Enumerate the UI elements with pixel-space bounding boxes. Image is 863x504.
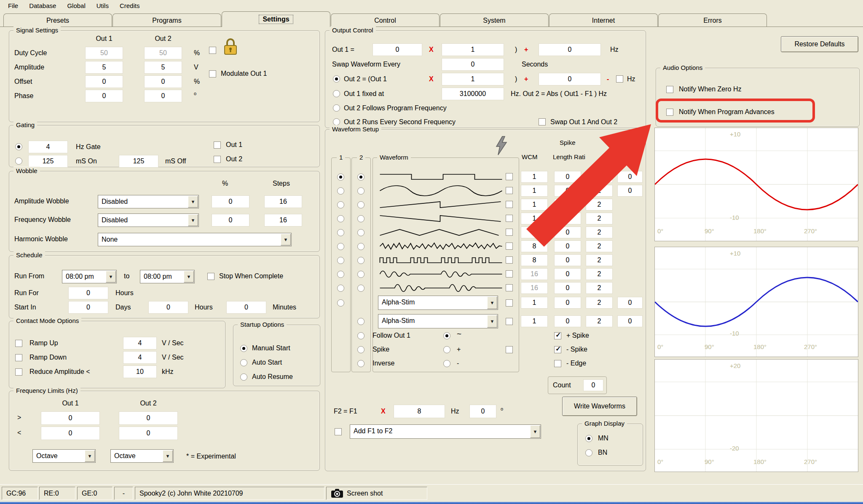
duty-cycle-out1-field[interactable]: 50 [85,47,123,59]
hz-gate-radio[interactable] [15,143,22,150]
minus-radio[interactable] [443,360,450,367]
stop-when-complete-checkbox[interactable] [207,273,214,280]
wave-num-field-6[interactable]: 8 [521,254,548,266]
custom-wave1-select[interactable]: Alpha-Stim▼ [378,296,498,310]
phase-field-9[interactable]: 0 [617,297,643,309]
amplitude-wobble-select[interactable]: Disabled▼ [98,195,199,208]
ramp-up-checkbox[interactable] [15,340,22,347]
spike-ratio-field-6[interactable]: 2 [586,254,613,266]
out1-multiplier-field[interactable]: 1 [442,43,504,56]
wave1-damped2-radio[interactable] [337,285,344,292]
spike-length-field-7[interactable]: 0 [554,268,581,280]
spike-length-field-6[interactable]: 0 [554,254,581,266]
spike-ratio-field-7[interactable]: 2 [586,268,613,280]
f2-multiplier-field[interactable]: 8 [394,405,445,418]
wave-num-field-1[interactable]: 1 [521,185,548,197]
chevron-down-icon[interactable]: ▼ [106,271,116,283]
graph-display-mn-radio[interactable] [585,435,592,442]
add-f1-checkbox[interactable] [335,428,342,435]
spike-ratio-field-8[interactable]: 2 [586,282,613,294]
ms-off-field[interactable]: 125 [119,155,158,168]
gate-out1-checkbox[interactable] [214,141,221,149]
frequency-wobble-select[interactable]: Disabled▼ [98,213,199,227]
amplitude-out2-field[interactable]: 5 [144,61,182,74]
tab-settings[interactable]: Settings [222,11,330,27]
spike-length-field-5[interactable]: 0 [554,240,581,252]
screenshot-button[interactable]: Screen shot [326,487,427,500]
spike-length-field-9[interactable]: 0 [554,297,581,309]
ramp-down-checkbox[interactable] [15,354,22,361]
spike-ratio-field-4[interactable]: 2 [586,227,613,238]
frequency-wobble-steps-field[interactable]: 16 [264,214,302,227]
tab-system[interactable]: System [440,13,549,27]
wcm-checkbox-4[interactable] [506,229,513,236]
wcm-checkbox-7[interactable] [506,270,513,277]
wave-num-field-2[interactable]: 1 [521,199,548,211]
tab-programs[interactable]: Programs [113,13,221,27]
chevron-down-icon[interactable]: ▼ [188,214,198,226]
menu-utils[interactable]: Utils [91,1,114,11]
menu-credits[interactable]: Credits [114,1,145,11]
minus-spike-checkbox[interactable] [554,346,561,353]
out2-every-second-radio[interactable] [333,118,340,125]
harmonic-wobble-select[interactable]: None▼ [98,233,292,246]
start-in-hours-field[interactable]: 0 [148,301,188,314]
custom-wave2-select[interactable]: Alpha-Stim▼ [378,314,498,328]
start-in-minutes-field[interactable]: 0 [226,301,266,314]
menu-database[interactable]: Database [24,1,62,11]
wave1-sawtooth-down-radio[interactable] [337,215,344,222]
phase-out1-field[interactable]: 0 [85,90,123,102]
count-field[interactable]: 0 [583,379,603,391]
spike-ratio-field-10[interactable]: 2 [586,315,613,327]
wave2-square-radio[interactable] [357,173,364,181]
freq-lt-out2-field[interactable]: 0 [119,427,178,440]
f2-phase-field[interactable]: 0 [469,405,496,418]
wave1-triangle-radio[interactable] [337,229,344,236]
phase-field-10[interactable]: 0 [617,315,643,327]
phase-field-1[interactable]: 0 [617,185,643,197]
chevron-down-icon[interactable]: ▼ [487,315,497,328]
manual-start-radio[interactable] [240,345,247,352]
wave2-pulse-train-radio[interactable] [357,257,364,264]
wave2-follow-out1-radio[interactable] [357,332,364,339]
modulate-lock-checkbox[interactable] [209,47,216,54]
wave1-sine-radio[interactable] [337,187,344,195]
ramp-up-field[interactable]: 4 [123,337,157,349]
chevron-down-icon[interactable]: ▼ [188,196,198,208]
spike-length-field-10[interactable]: 0 [554,315,581,327]
wave2-spike-radio[interactable] [357,346,364,353]
chevron-down-icon[interactable]: ▼ [530,425,540,438]
wcm-checkbox-9[interactable] [506,299,513,307]
chevron-down-icon[interactable]: ▼ [184,271,194,283]
wcm-checkbox-8[interactable] [506,284,513,291]
wave-num-field-8[interactable]: 16 [521,282,548,294]
run-from-select[interactable]: 08:00 pm▼ [62,270,117,283]
amplitude-wobble-percent-field[interactable]: 0 [212,195,249,208]
start-in-days-field[interactable]: 0 [68,301,108,314]
spike-length-field-8[interactable]: 0 [554,282,581,294]
wave2-triangle-radio[interactable] [357,229,364,236]
spike-length-field-4[interactable]: 0 [554,227,581,238]
tab-presets[interactable]: Presets [3,13,112,27]
out1-fixed-field[interactable]: 3100000 [442,88,504,100]
spike-ratio-field-5[interactable]: 2 [586,240,613,252]
gate-out2-checkbox[interactable] [214,156,221,163]
out1-add-field[interactable]: 0 [539,43,601,56]
wave2-damped-radio[interactable] [357,271,364,278]
chevron-down-icon[interactable]: ▼ [281,234,291,245]
offset-out2-field[interactable]: 0 [144,75,182,88]
plus-radio[interactable] [443,346,450,353]
out2-hz-checkbox[interactable] [616,75,623,83]
wave-num-field-10[interactable]: 1 [521,315,548,327]
freq-gt-out1-field[interactable]: 0 [41,411,100,425]
freq-gt-out2-field[interactable]: 0 [119,411,178,425]
run-to-select[interactable]: 08:00 pm▼ [140,270,195,283]
menu-global[interactable]: Global [62,1,91,11]
wave-num-field-3[interactable]: 1 [521,213,548,224]
wave-num-field-9[interactable]: 1 [521,297,548,309]
phase-field-0[interactable]: 0 [617,171,643,183]
graph-display-bn-radio[interactable] [585,449,592,456]
tab-control[interactable]: Control [331,13,440,27]
wave1-custom-radio[interactable] [337,299,344,307]
lightning-icon[interactable] [494,136,509,156]
